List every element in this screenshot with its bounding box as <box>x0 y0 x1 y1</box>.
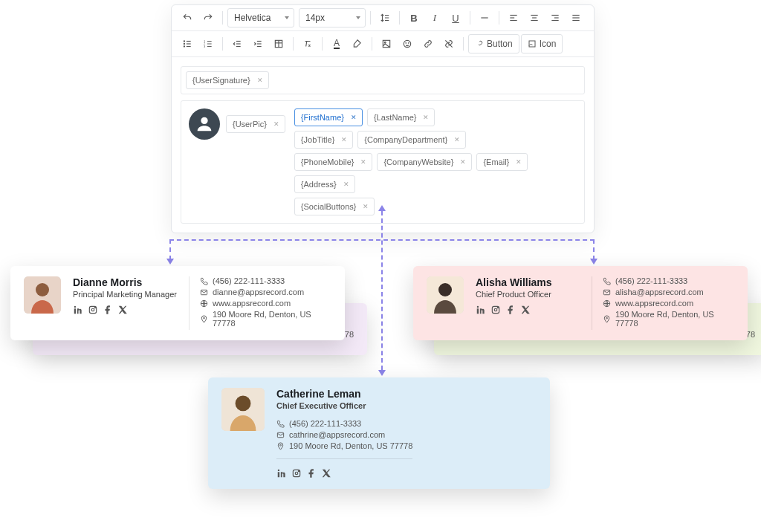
remove-tag-icon[interactable] <box>421 112 431 123</box>
web-value: www.appsrecord.com <box>615 299 693 308</box>
email-value: dianne@appsrecord.com <box>213 288 304 296</box>
svg-rect-65 <box>477 308 479 314</box>
hr-button[interactable] <box>475 8 494 27</box>
svg-point-69 <box>497 308 498 308</box>
align-justify-button[interactable] <box>566 8 586 27</box>
tag-last-name[interactable]: {LastName} <box>367 108 435 126</box>
remove-tag-icon[interactable] <box>458 157 468 167</box>
unlink-button[interactable] <box>439 34 459 53</box>
svg-rect-40 <box>529 41 535 47</box>
linkedin-icon <box>276 468 287 479</box>
remove-tag-icon[interactable] <box>452 134 462 145</box>
remove-tag-icon[interactable] <box>360 201 371 212</box>
toolbar-row-1: Helvetica 14px B I U <box>172 5 594 31</box>
tag-social-buttons[interactable]: {SocialButtons} <box>294 198 375 215</box>
svg-point-38 <box>408 42 409 43</box>
unordered-list-button[interactable] <box>178 34 197 53</box>
svg-point-14 <box>184 43 184 44</box>
tag-job-title[interactable]: {JobTitle} <box>294 131 353 149</box>
address-value: 190 Moore Rd, Denton, US 77778 <box>289 441 412 450</box>
bold-button[interactable]: B <box>404 8 424 27</box>
underline-button[interactable]: U <box>446 8 465 27</box>
insert-button-element[interactable]: Button <box>468 34 519 53</box>
svg-rect-77 <box>278 472 279 477</box>
user-name: Alisha Williams <box>476 276 580 288</box>
remove-tag-icon[interactable] <box>349 112 359 123</box>
remove-tag-icon[interactable] <box>255 75 265 85</box>
svg-point-54 <box>36 283 49 296</box>
insert-icon-element[interactable]: Icon <box>521 34 563 53</box>
address-value: 190 Moore Rd, Denton, US 77778 <box>213 310 331 328</box>
align-center-button[interactable] <box>525 8 544 27</box>
emoji-button[interactable] <box>398 34 417 53</box>
indent-button[interactable] <box>248 34 268 53</box>
image-button[interactable] <box>377 34 396 53</box>
tag-phone-mobile[interactable]: {PhoneMobile} <box>294 153 373 171</box>
remove-tag-icon[interactable] <box>358 157 369 167</box>
phone-value: (456) 222-111-3333 <box>615 276 687 285</box>
linkedin-icon <box>73 305 83 315</box>
x-icon <box>520 305 531 315</box>
remove-tag-icon[interactable] <box>514 157 524 167</box>
user-title: Chief Executive Officer <box>276 401 412 410</box>
outdent-button[interactable] <box>227 34 247 53</box>
remove-tag-icon[interactable] <box>341 179 352 189</box>
font-family-select[interactable]: Helvetica <box>227 8 294 27</box>
email-icon <box>603 288 611 296</box>
web-value: www.appsrecord.com <box>213 299 291 308</box>
web-icon <box>603 299 611 308</box>
remove-tag-icon[interactable] <box>271 119 282 129</box>
linkedin-icon <box>476 305 486 315</box>
connector-vertical <box>381 211 383 370</box>
italic-button[interactable]: I <box>425 8 444 27</box>
user-photo <box>427 276 464 314</box>
social-icons <box>73 305 177 315</box>
user-name: Catherine Leman <box>276 388 412 400</box>
table-button[interactable] <box>269 34 288 53</box>
align-right-button[interactable] <box>545 8 565 27</box>
align-left-button[interactable] <box>504 8 523 27</box>
tag-user-pic[interactable]: {UserPic} <box>226 115 285 133</box>
arrow-down-icon <box>378 370 386 376</box>
tag-company-website[interactable]: {CompanyWebsite} <box>377 153 472 171</box>
facebook-icon <box>103 305 113 315</box>
tag-address[interactable]: {Address} <box>294 175 355 193</box>
remove-tag-icon[interactable] <box>339 134 349 145</box>
font-size-select[interactable]: 14px <box>299 8 366 27</box>
location-icon <box>603 315 611 323</box>
connector-left-down <box>169 239 171 260</box>
svg-point-13 <box>184 41 184 42</box>
svg-point-66 <box>477 306 479 308</box>
tag-email[interactable]: {Email} <box>476 153 528 171</box>
svg-point-76 <box>280 444 282 446</box>
tag-user-signature[interactable]: {UserSignature} <box>186 71 269 89</box>
svg-point-56 <box>74 306 76 308</box>
social-icons <box>276 468 412 479</box>
signature-card-alisha: Alisha Williams Chief Product Officer (4… <box>413 266 748 340</box>
text-color-button[interactable]: A <box>327 34 346 53</box>
instagram-icon <box>88 305 98 315</box>
location-icon <box>200 315 208 323</box>
tag-first-name[interactable]: {FirstName} <box>294 108 363 126</box>
email-value: cathrine@appsrecord.com <box>289 430 385 439</box>
highlight-button[interactable] <box>348 34 367 53</box>
user-title: Principal Marketing Manager <box>73 290 177 299</box>
tag-company-department[interactable]: {CompanyDepartment} <box>357 131 466 149</box>
user-photo <box>221 388 265 431</box>
ordered-list-button[interactable]: 123 <box>198 34 218 53</box>
email-value: alisha@appsrecord.com <box>615 288 704 296</box>
line-height-button[interactable] <box>375 8 395 27</box>
user-name: Dianne Morris <box>73 276 177 288</box>
svg-point-37 <box>406 42 407 43</box>
undo-button[interactable] <box>178 8 197 27</box>
svg-rect-55 <box>74 308 76 314</box>
clear-format-button[interactable] <box>298 34 317 53</box>
link-button[interactable] <box>418 34 438 53</box>
redo-button[interactable] <box>198 8 218 27</box>
arrow-up-icon <box>378 205 386 211</box>
svg-point-62 <box>204 317 205 319</box>
svg-point-72 <box>606 317 608 319</box>
user-title: Chief Product Officer <box>476 290 580 299</box>
phone-icon <box>276 420 285 428</box>
svg-text:3: 3 <box>204 45 205 48</box>
